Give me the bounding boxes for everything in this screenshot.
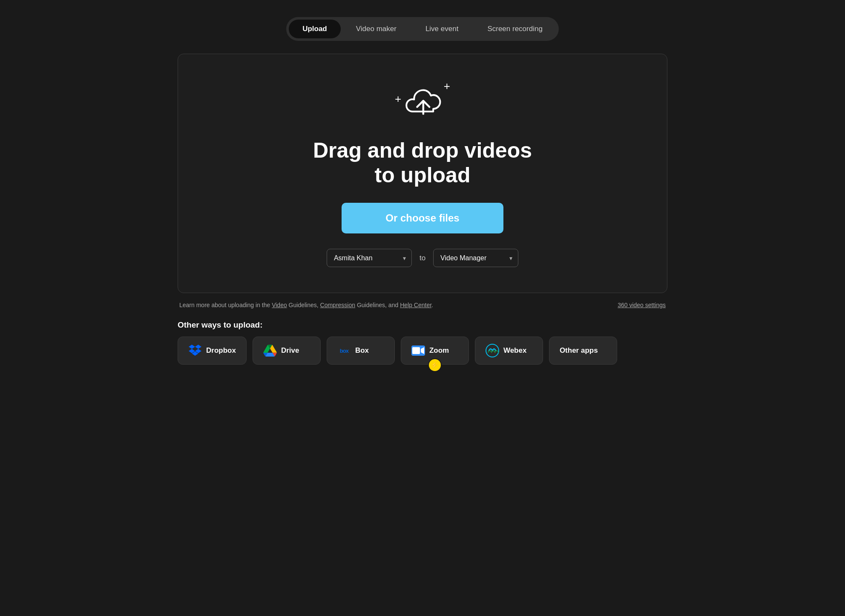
compression-guidelines-link[interactable]: Compression [320,302,355,308]
zoom-label: Zoom [429,346,449,355]
upload-dropzone[interactable]: + + Drag and drop videos to upload Or ch… [178,54,667,293]
account-destination-row: Asmita Khan to Video Manager [327,249,518,267]
other-apps-button[interactable]: Other apps [549,337,617,365]
zoom-icon [411,344,425,357]
drive-button[interactable]: Drive [253,337,321,365]
account-select[interactable]: Asmita Khan [327,249,412,267]
box-button[interactable]: box Box [327,337,395,365]
box-label: Box [355,346,369,355]
webex-label: Webex [503,346,527,355]
dropbox-label: Dropbox [206,346,236,355]
destination-select[interactable]: Video Manager [433,249,518,267]
cloud-upload-svg [403,86,442,120]
choose-files-button[interactable]: Or choose files [342,203,503,233]
other-ways-title: Other ways to upload: [178,320,667,330]
plus-icon-tr: + [444,80,450,93]
zoom-button[interactable]: Zoom ⚡ [401,337,469,365]
svg-rect-7 [412,347,420,354]
help-center-link[interactable]: Help Center [400,302,431,308]
drag-drop-heading: Drag and drop videos to upload [313,138,532,187]
upload-cloud-icon: + + [395,80,450,127]
plus-icon-tl: + [395,92,401,106]
zoom-lightning-badge: ⚡ [428,358,442,372]
tab-upload[interactable]: Upload [289,20,341,38]
to-label: to [420,254,425,262]
svg-marker-1 [189,345,195,349]
webex-icon [486,344,499,357]
dropbox-button[interactable]: Dropbox [178,337,247,365]
apps-row: Dropbox Drive box Box [178,337,667,365]
footer-guidelines-text: Learn more about uploading in the Video … [179,302,433,308]
dropbox-icon [188,344,202,357]
destination-select-wrapper: Video Manager [433,249,518,267]
footer-info: Learn more about uploading in the Video … [178,302,667,308]
svg-marker-2 [195,345,201,349]
account-select-wrapper: Asmita Khan [327,249,412,267]
tab-bar: Upload Video maker Live event Screen rec… [286,17,559,41]
drive-icon [263,344,277,357]
tab-video-maker[interactable]: Video maker [342,20,410,38]
video-guidelines-link[interactable]: Video [272,302,287,308]
video-360-settings-link[interactable]: 360 video settings [618,302,666,308]
tab-live-event[interactable]: Live event [412,20,472,38]
tab-screen-recording[interactable]: Screen recording [474,20,556,38]
other-ways-section: Other ways to upload: Dropbox [178,320,667,365]
webex-button[interactable]: Webex [475,337,543,365]
other-apps-label: Other apps [560,346,598,355]
drive-label: Drive [281,346,299,355]
box-icon: box [337,344,351,357]
